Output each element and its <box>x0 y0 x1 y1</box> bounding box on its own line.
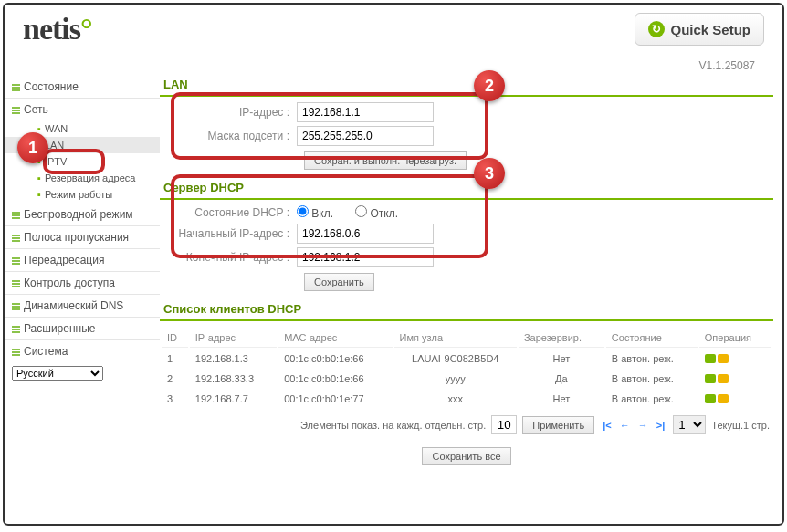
sidebar-item-advanced[interactable]: Расширенные <box>5 317 160 339</box>
plus-icon: ▪ <box>37 140 41 151</box>
sidebar-item-workmode[interactable]: ▪Режим работы <box>5 186 160 203</box>
action-icon[interactable] <box>718 354 729 363</box>
sidebar-item-lan[interactable]: ▪LAN <box>5 137 160 153</box>
sidebar-item-access[interactable]: Контроль доступа <box>5 271 160 294</box>
dhcp-section-title: Сервер DHCP <box>160 175 773 200</box>
current-page-label: Текущ.1 стр. <box>711 420 770 431</box>
content: LAN IP-адрес : Маска подсети : Сохран. и… <box>160 72 782 473</box>
clients-section-title: Список клиентов DHCP <box>160 297 773 321</box>
action-icon[interactable] <box>718 374 729 383</box>
lan-section-title: LAN <box>160 72 773 97</box>
bullet-icon <box>12 325 20 333</box>
save-reboot-button[interactable]: Сохран. и выполн. перезагруз. <box>304 151 467 170</box>
col-host: Имя узла <box>394 329 517 348</box>
plus-icon: ▪ <box>37 123 41 134</box>
language-select[interactable]: Русский <box>12 366 103 381</box>
col-op: Операция <box>699 329 771 348</box>
bullet-icon <box>12 279 20 287</box>
table-row: 1192.168.1.300:1c:c0:b0:1e:66LAUAI-9C082… <box>162 349 771 368</box>
bullet-icon <box>12 234 20 242</box>
mask-label: Маска подсети : <box>160 130 297 142</box>
dhcp-start-label: Начальный IP-адрес : <box>160 227 297 240</box>
col-state: Состояние <box>606 329 698 348</box>
page-select[interactable]: 1 <box>673 415 706 434</box>
dhcp-end-input[interactable] <box>297 247 434 267</box>
sidebar-item-wireless[interactable]: Беспроводной режим <box>5 203 160 225</box>
dhcp-on-radio[interactable]: Вкл. <box>297 205 333 220</box>
bullet-icon <box>12 83 20 91</box>
table-row: 2192.168.33.300:1c:c0:b0:1e:66ууууДаВ ав… <box>162 370 771 388</box>
link-icon[interactable] <box>705 394 716 403</box>
sidebar-item-bandwidth[interactable]: Полоса пропускания <box>5 225 160 248</box>
sidebar-item-network[interactable]: Сеть <box>5 98 160 120</box>
bullet-icon <box>12 106 20 114</box>
sidebar-item-forwarding[interactable]: Переадресация <box>5 248 160 271</box>
last-page-icon[interactable]: >| <box>656 420 666 431</box>
plus-icon: ▪ <box>37 189 41 200</box>
bullet-icon <box>12 211 20 219</box>
sidebar-item-iptv[interactable]: ▪IPTV <box>5 153 160 170</box>
items-per-page-input[interactable] <box>491 415 517 434</box>
ip-input[interactable] <box>297 102 434 122</box>
dhcp-start-input[interactable] <box>297 224 434 244</box>
ip-label: IP-адрес : <box>160 106 297 119</box>
pager: Элементы показ. на кажд. отдельн. стр. П… <box>160 410 773 440</box>
first-page-icon[interactable]: |< <box>603 420 612 431</box>
mask-input[interactable] <box>297 126 434 146</box>
link-icon[interactable] <box>705 374 716 383</box>
dhcp-state-label: Состояние DHCP : <box>160 206 297 219</box>
sidebar-item-status[interactable]: Состояние <box>5 76 160 98</box>
quick-setup-label: Quick Setup <box>670 22 750 37</box>
bullet-icon <box>12 256 20 265</box>
sidebar-item-ddns[interactable]: Динамический DNS <box>5 294 160 317</box>
col-mac: МАС-адрес <box>278 329 392 348</box>
plus-icon: ▪ <box>37 156 41 167</box>
col-reserved: Зарезервир. <box>519 329 604 348</box>
save-all-button[interactable]: Сохранить все <box>422 447 510 465</box>
col-id: ID <box>162 329 188 348</box>
sidebar-item-wan[interactable]: ▪WAN <box>5 120 160 137</box>
sidebar-item-reservation[interactable]: ▪Резервация адреса <box>5 170 160 186</box>
bullet-icon <box>12 348 20 356</box>
table-row: 3192.168.7.700:1c:c0:b0:1e:77хххНетВ авт… <box>162 390 771 408</box>
sidebar: Состояние Сеть ▪WAN ▪LAN ▪IPTV ▪Резервац… <box>5 72 160 473</box>
next-page-icon[interactable]: → <box>638 420 648 431</box>
sidebar-item-system[interactable]: Система <box>5 339 160 362</box>
dhcp-off-radio[interactable]: Откл. <box>355 205 398 220</box>
prev-page-icon[interactable]: ← <box>620 420 630 431</box>
quick-setup-button[interactable]: ↻ Quick Setup <box>635 13 764 46</box>
version-label: V1.1.25087 <box>5 59 782 72</box>
col-ip: IP-адрес <box>190 329 277 348</box>
action-icon[interactable] <box>718 394 729 403</box>
items-per-page-label: Элементы показ. на кажд. отдельн. стр. <box>300 420 486 431</box>
bullet-icon <box>12 302 20 310</box>
link-icon[interactable] <box>705 354 716 363</box>
clients-table: ID IP-адрес МАС-адрес Имя узла Зарезерви… <box>160 327 773 410</box>
refresh-icon: ↻ <box>648 21 665 37</box>
dhcp-end-label: Конечный IP-адрес : <box>160 251 297 264</box>
plus-icon: ▪ <box>37 172 41 183</box>
logo: netis° <box>23 12 92 47</box>
apply-button[interactable]: Применить <box>522 416 594 434</box>
dhcp-save-button[interactable]: Сохранить <box>304 273 374 291</box>
